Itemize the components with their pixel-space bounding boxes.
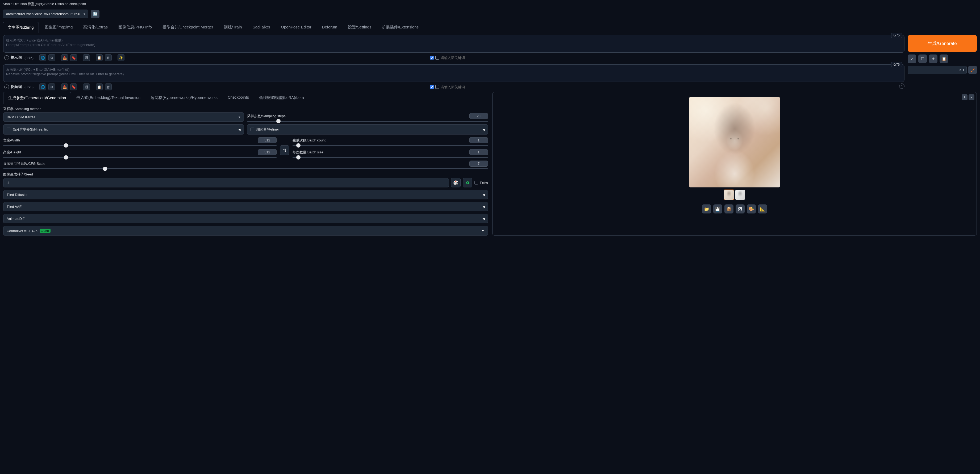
refiner-checkbox[interactable] [251,127,254,131]
trash-icon[interactable]: 🗑 [105,83,112,91]
x-icon[interactable]: × [959,68,961,72]
tab-openpose[interactable]: OpenPose Editor [276,22,316,33]
prompt-collapse-icon[interactable]: ⌃ [4,55,9,60]
swap-dims-button[interactable]: ⇅ [280,145,290,155]
clipboard-icon[interactable]: 📋 [940,54,948,63]
steps-value[interactable]: 20 [469,113,488,119]
neg-kw-input[interactable] [441,85,478,89]
tab-deforum[interactable]: Deforum [317,22,342,33]
square-icon[interactable]: ☐ [918,54,927,63]
subtab-lora[interactable]: 低秩微调模型(LoRA)/Lora [254,92,309,104]
seed-input[interactable] [3,178,449,188]
hires-checkbox[interactable] [6,127,10,131]
width-slider[interactable] [3,145,277,146]
download-icon[interactable]: ⬇ [962,94,967,100]
seed-random-button[interactable]: 🎲 [451,178,461,188]
height-value[interactable]: 512 [258,149,277,155]
gear-icon[interactable]: ⚙ [48,54,55,61]
tab-checkpoint-merger[interactable]: 模型合并/Checkpoint Merger [158,22,218,33]
triangle-left-icon: ◀ [482,217,485,220]
palette-button[interactable]: 🎨 [747,204,756,213]
copy-icon[interactable]: 📋 [96,54,103,61]
doc-in-icon[interactable]: 📥 [61,83,68,91]
neg-collapse-icon[interactable]: ⌄ [4,84,9,89]
prompt-kw-input[interactable] [441,56,478,60]
tab-extras[interactable]: 高清化/Extras [78,22,113,33]
styles-select[interactable]: × ▾ [908,66,967,74]
output-image[interactable] [689,97,780,188]
subtab-checkpoints[interactable]: Checkpoints [223,92,254,104]
tab-train[interactable]: 训练/Train [219,22,247,33]
tab-settings[interactable]: 设置/Settings [343,22,376,33]
checkpoint-select[interactable]: architectureUrbanSdlife_v60.safetensors … [3,10,88,18]
thumbnail-1[interactable] [724,190,734,200]
controlnet-accordion[interactable]: ControlNet v1.1.4261 unit▼ [3,226,488,235]
animatediff-accordion[interactable]: AnimateDiff◀ [3,214,488,223]
sampler-label: 采样器/Sampling method [3,107,244,111]
gear-icon[interactable]: ⚙ [48,83,55,91]
tab-extensions[interactable]: 扩展插件/Extensions [377,22,423,33]
tab-txt2img[interactable]: 文生图/txt2img [3,22,39,33]
tab-img2img[interactable]: 图生图/img2img [40,22,78,33]
hires-fix-accordion[interactable]: 高分辨率修复/Hires. fix◀ [3,124,244,135]
sampler-select[interactable]: DPM++ 2M Karras [3,113,244,122]
copy-icon[interactable]: 📋 [96,83,103,91]
tab-pnginfo[interactable]: 图像信息/PNG Info [113,22,157,33]
sparkle-icon[interactable]: ✨ [118,54,124,61]
open-folder-button[interactable]: 📁 [702,204,711,213]
tiled-diffusion-accordion[interactable]: Tiled Diffusion◀ [3,190,488,199]
neg-kw-checkbox[interactable] [430,85,434,89]
arrow-dl-icon[interactable]: ↙ [908,54,916,63]
seed-label: 图像生成种子/Seed [3,172,488,177]
triangle-down-icon: ▼ [482,229,485,232]
save-button[interactable]: 💾 [713,204,722,213]
extra-checkbox[interactable] [474,181,478,185]
neg-token-counter: 0/75 [891,62,902,67]
globe-icon[interactable]: 🌐 [39,83,46,91]
trash-icon[interactable]: 🗑 [105,54,112,61]
negative-prompt-textarea[interactable]: 0/75 反向提示词(按Ctrl+Enter或Alt+Enter生成) Nega… [3,64,904,82]
image-icon[interactable]: 🖼 [83,54,90,61]
subtab-generation[interactable]: 生成参数(Generation)/Generation [3,92,71,104]
thumbnail-2[interactable] [735,190,745,200]
image-icon[interactable]: 🖼 [83,83,90,91]
doc-in-icon[interactable]: 📥 [61,54,68,61]
tab-sadtalker[interactable]: SadTalker [248,22,275,33]
batch-count-slider[interactable] [293,145,488,146]
tiled-vae-accordion[interactable]: Tiled VAE◀ [3,202,488,212]
close-icon[interactable]: × [969,94,974,100]
refresh-checkpoint-button[interactable]: 🔄 [91,10,99,18]
width-value[interactable]: 512 [258,137,277,143]
doc-save-icon[interactable]: 🔖 [70,83,77,91]
generate-button[interactable]: 生成/Generate [908,35,977,52]
cfg-slider[interactable] [3,168,488,169]
panel-collapse-toggle[interactable]: ⌃ [899,83,904,89]
steps-label: 采样步数/Sampling steps [247,114,286,119]
subtab-hypernetworks[interactable]: 超网格(Hypernetworks)/Hypernetworks [146,92,222,104]
doc-save-icon[interactable]: 🔖 [70,54,77,61]
controlnet-unit-badge: 1 unit [40,229,51,233]
neg-kw-box-icon[interactable] [435,85,439,89]
send-img-button[interactable]: 🖼 [736,204,745,213]
prompt-textarea[interactable]: 0/75 提示词(按Ctrl+Enter或Alt+Enter生成) Prompt… [3,35,904,52]
seed-reuse-button[interactable]: ♻ [463,178,473,188]
refiner-accordion[interactable]: 细化器/Refiner◀ [247,124,488,135]
batch-size-value[interactable]: 1 [469,149,488,155]
prompt-kw-box-icon[interactable] [435,56,439,60]
prompt-label: 提示词 [11,55,22,60]
prompt-kw-checkbox[interactable] [430,56,434,60]
delete-icon[interactable]: 🗑 [929,54,937,63]
ruler-button[interactable]: 📐 [758,204,767,213]
extra-label: Extra [480,181,488,185]
dropdown-icon[interactable]: ▾ [963,68,964,72]
triangle-left-icon: ◀ [482,205,485,208]
batch-size-slider[interactable] [293,157,488,158]
brush-button[interactable] [968,66,977,74]
zip-button[interactable]: 📦 [724,204,733,213]
batch-count-value[interactable]: 1 [469,137,488,143]
globe-icon[interactable]: 🌐 [39,54,46,61]
cfg-value[interactable]: 7 [469,161,488,167]
subtab-textual-inversion[interactable]: 嵌入式(Embedding)/Textual Inversion [72,92,145,104]
steps-slider[interactable] [247,121,488,122]
height-slider[interactable] [3,157,277,158]
